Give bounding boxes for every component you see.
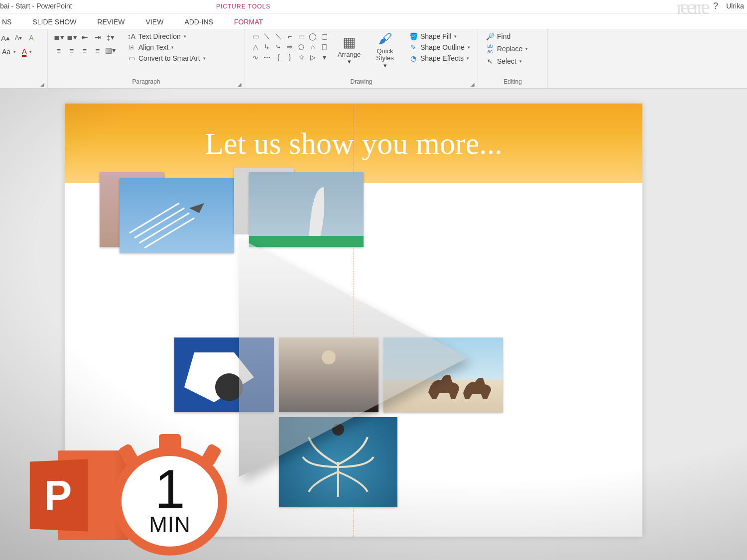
group-paragraph-label: Paragraph◢ xyxy=(53,78,240,88)
shape-callout-icon[interactable]: ⎕ xyxy=(319,42,330,52)
signed-in-user[interactable]: Ulrika xyxy=(726,2,747,10)
change-case-button[interactable]: Aa▾ xyxy=(0,47,18,57)
stopwatch-icon: 1 MIN xyxy=(113,434,227,556)
shape-rect-icon[interactable]: ▭ xyxy=(296,31,307,41)
dialog-launcher-icon[interactable]: ◢ xyxy=(471,82,475,87)
find-button[interactable]: 🔎Find xyxy=(483,31,530,41)
quick-styles-icon: 🖌 xyxy=(378,31,392,47)
cursor-icon: ↖ xyxy=(485,57,495,65)
clear-formatting-icon[interactable]: A xyxy=(26,33,37,43)
select-button[interactable]: ↖Select▾ xyxy=(483,56,530,66)
smartart-icon: ▭ xyxy=(126,54,136,62)
numbering-icon[interactable]: ≣▾ xyxy=(66,31,78,43)
shape-scribble-icon[interactable]: ᠁ xyxy=(261,52,272,62)
font-color-button[interactable]: A▾ xyxy=(20,46,34,58)
stopwatch-unit: MIN xyxy=(149,512,191,537)
group-editing: 🔎Find abacReplace▾ ↖Select▾ Editing xyxy=(478,29,548,88)
ribbon-tabs: NS SLIDE SHOW REVIEW VIEW ADD-INS FORMAT xyxy=(0,14,747,29)
powerpoint-one-minute-badge: P 1 MIN xyxy=(28,434,227,556)
shape-brace-r-icon[interactable]: } xyxy=(284,52,295,62)
shape-roundrect-icon[interactable]: ▢ xyxy=(319,31,330,41)
tab-review[interactable]: REVIEW xyxy=(95,15,126,29)
shape-arrow-icon[interactable]: ⇨ xyxy=(284,42,295,52)
help-icon[interactable]: ? xyxy=(713,1,718,11)
shape-banner-icon[interactable]: ⌂ xyxy=(307,42,318,52)
binoculars-icon: 🔎 xyxy=(485,32,495,40)
convert-smartart-button[interactable]: ▭Convert to SmartArt▾ xyxy=(124,53,208,63)
pencil-icon: ✎ xyxy=(408,43,418,51)
replace-icon: abac xyxy=(485,43,495,54)
ribbon: A▴ A▾ A Aa▾ A▾ ◢ ≣▾ ≣▾ ⇤ ⇥ ‡▾ xyxy=(0,29,747,89)
shape-textbox-icon[interactable]: ▭ xyxy=(250,31,261,41)
shape-oval-icon[interactable]: ◯ xyxy=(307,31,318,41)
shape-curve-icon[interactable]: ⤷ xyxy=(273,42,284,52)
tab-transitions-cut[interactable]: NS xyxy=(0,15,13,29)
justify-icon[interactable]: ≡ xyxy=(92,44,104,56)
bucket-icon: 🪣 xyxy=(408,32,418,40)
shape-pentagon-icon[interactable]: ⬠ xyxy=(296,42,307,52)
increase-indent-icon[interactable]: ⇥ xyxy=(92,31,104,43)
group-font-partial: A▴ A▾ A Aa▾ A▾ ◢ xyxy=(0,29,48,88)
decorative-flourish: reerre xyxy=(676,0,707,19)
tab-format[interactable]: FORMAT xyxy=(232,15,265,29)
shape-line2-icon[interactable]: ＼ xyxy=(273,31,284,41)
stopwatch-number: 1 xyxy=(154,465,185,512)
align-center-icon[interactable]: ≡ xyxy=(66,44,78,56)
tab-slide-show[interactable]: SLIDE SHOW xyxy=(30,15,78,29)
shape-action-icon[interactable]: ▷ xyxy=(307,52,318,62)
group-drawing: ▭ ＼ ＼ ⌐ ▭ ◯ ▢ △ ↳ ⤷ ⇨ ⬠ ⌂ ⎕ ∿ ᠁ { xyxy=(245,29,478,88)
quick-styles-button[interactable]: 🖌 Quick Styles▾ xyxy=(369,31,401,69)
shape-outline-button[interactable]: ✎Shape Outline▾ xyxy=(406,42,472,52)
text-direction-button[interactable]: ↕AText Direction▾ xyxy=(124,31,208,41)
slide-workspace[interactable]: Let us show you more... xyxy=(0,89,747,560)
shapes-gallery[interactable]: ▭ ＼ ＼ ⌐ ▭ ◯ ▢ △ ↳ ⤷ ⇨ ⬠ ⌂ ⎕ ∿ ᠁ { xyxy=(250,31,330,62)
shape-arrow-elbow-icon[interactable]: ↳ xyxy=(261,42,272,52)
document-title: bai - Start - PowerPoint xyxy=(0,2,72,10)
contextual-tab-group-label: PICTURE TOOLS xyxy=(216,3,270,10)
shape-fill-button[interactable]: 🪣Shape Fill▾ xyxy=(406,31,472,41)
shape-brace-l-icon[interactable]: { xyxy=(273,52,284,62)
shape-effects-button[interactable]: ◔Shape Effects▾ xyxy=(406,53,472,63)
align-text-icon: ⎘ xyxy=(126,43,136,51)
align-text-button[interactable]: ⎘Align Text▾ xyxy=(124,42,208,52)
group-editing-label: Editing xyxy=(483,78,542,88)
group-paragraph: ≣▾ ≣▾ ⇤ ⇥ ‡▾ ≡ ≡ ≡ ≡ ▥▾ ↕AText Direction… xyxy=(48,29,245,88)
shape-connector-icon[interactable]: ⌐ xyxy=(284,31,295,41)
align-right-icon[interactable]: ≡ xyxy=(79,44,91,56)
shape-star-icon[interactable]: ☆ xyxy=(296,52,307,62)
decrease-indent-icon[interactable]: ⇤ xyxy=(79,31,91,43)
shape-freeform-icon[interactable]: ∿ xyxy=(250,52,261,62)
bullets-icon[interactable]: ≣▾ xyxy=(53,31,65,43)
tab-view[interactable]: VIEW xyxy=(144,15,166,29)
text-direction-icon: ↕A xyxy=(126,32,136,40)
grow-font-icon[interactable]: A▴ xyxy=(0,33,11,43)
dialog-launcher-icon[interactable]: ◢ xyxy=(40,82,44,87)
arrange-button[interactable]: ▦ Arrange▾ xyxy=(333,31,366,69)
shape-triangle-icon[interactable]: △ xyxy=(250,42,261,52)
title-bar: bai - Start - PowerPoint PICTURE TOOLS r… xyxy=(0,0,747,14)
align-left-icon[interactable]: ≡ xyxy=(53,44,65,56)
group-drawing-label: Drawing◢ xyxy=(250,78,473,88)
shapes-more-icon[interactable]: ▾ xyxy=(319,52,330,62)
line-spacing-icon[interactable]: ‡▾ xyxy=(105,31,117,43)
effects-icon: ◔ xyxy=(408,54,418,62)
shrink-font-icon[interactable]: A▾ xyxy=(13,33,24,43)
arrange-icon: ▦ xyxy=(343,35,356,50)
replace-button[interactable]: abacReplace▾ xyxy=(483,42,530,55)
shape-line-icon[interactable]: ＼ xyxy=(261,31,272,41)
dialog-launcher-icon[interactable]: ◢ xyxy=(238,82,242,87)
columns-icon[interactable]: ▥▾ xyxy=(105,44,117,56)
group-font-label: ◢ xyxy=(0,78,42,88)
tab-add-ins[interactable]: ADD-INS xyxy=(182,15,215,29)
